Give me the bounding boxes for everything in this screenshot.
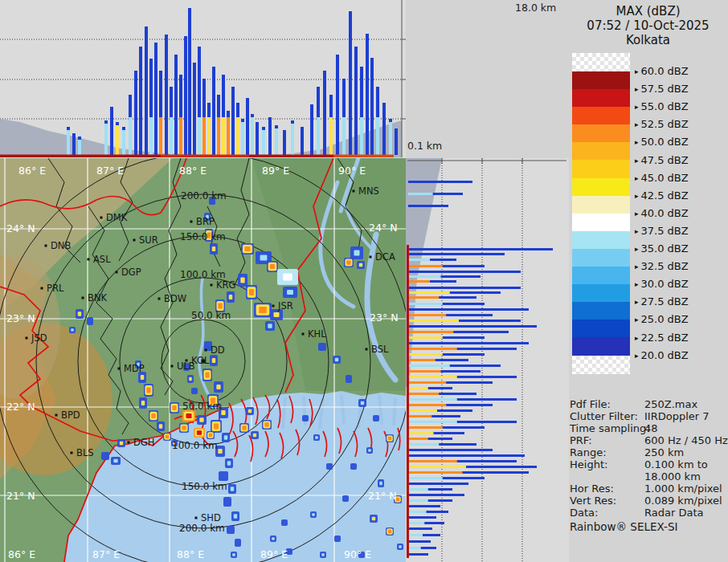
station-label: KRG [216,279,235,291]
station-dot [71,452,73,454]
station-dot [171,365,174,368]
longitude-label: 88° E [177,548,204,560]
longitude-label: 87° E [96,165,124,177]
station-dot [116,271,118,274]
longitude-label: 90° E [344,548,371,560]
latitude-label: 22° N [6,401,35,413]
scale-band [572,124,630,142]
scale-band [572,284,630,302]
station-dot [366,348,368,351]
scale-label: ▸22.5 dBZ [635,332,689,344]
station-label: ASL [93,254,111,265]
scale-tick-arrow-icon: ▸ [635,298,639,306]
scale-band [572,178,630,196]
range-ring-label: 150.0 km [182,481,227,492]
latitude-label: 24° N [6,222,35,234]
station-label: JSD [31,332,47,344]
scale-tick-arrow-icon: ▸ [635,334,639,342]
station-label: BNK [88,292,107,303]
station-dot [370,256,372,259]
station-label: ULB [177,360,195,372]
station-dot [190,221,193,223]
longitude-label: 87° E [92,548,120,560]
station-dot [55,414,58,417]
scale-tick-arrow-icon: ▸ [635,103,639,111]
scale-label: ▸25.0 dBZ [635,313,689,325]
range-ring-label: 150.0 km [180,231,226,242]
longitude-label: 86° E [8,548,35,560]
scale-band [572,89,630,107]
scale-label: ▸32.5 dBZ [635,260,689,272]
station-label: KHL [308,328,326,340]
station-dot [118,368,121,370]
scale-band [572,196,630,214]
info-panel: MAX (dBZ) 07:52 / 10-Oct-2025 Kolkata ▸6… [568,0,728,562]
station-dot [82,297,84,299]
scale-label: ▸45.0 dBZ [635,172,689,184]
station-dot [302,333,305,336]
range-ring-label: 100.0 km [172,440,218,451]
scale-label: ▸55.0 dBZ [635,100,689,112]
station-dot [41,287,43,290]
scale-band [572,142,630,160]
station-label: BDW [164,293,186,304]
scale-label: ▸52.5 dBZ [635,118,689,130]
scale-label: ▸35.0 dBZ [635,242,689,255]
station-label: BRP [196,216,215,227]
station-label: BLS [76,447,94,458]
scale-band [572,249,630,267]
top-height-profile [0,0,406,158]
max-height-label: 18.0 km [515,2,556,14]
scale-label: ▸40.0 dBZ [635,207,689,219]
scale-label: ▸20.0 dBZ [635,349,689,361]
station-label: DMK [106,212,128,223]
scale-tick-arrow-icon: ▸ [635,138,639,146]
longitude-label: 88° E [179,165,207,177]
scale-tick-arrow-icon: ▸ [635,67,639,75]
range-ring-label: 50.0 km [182,401,222,412]
station-label: MDP [124,363,145,374]
station-label: DGP [121,267,141,278]
station-dot [272,305,275,307]
station-label: BPD [61,409,80,421]
scale-label: ▸50.0 dBZ [635,136,689,148]
station-dot [205,349,207,352]
station-label: MNS [358,185,379,197]
latitude-label: 21° N [6,490,35,502]
scale-tick-arrow-icon: ▸ [635,174,639,182]
scale-tick-arrow-icon: ▸ [635,316,639,324]
scale-label: ▸42.5 dBZ [635,189,689,202]
scale-label: ▸37.5 dBZ [635,225,689,237]
station-dot [158,298,161,300]
station-dot [128,442,130,444]
scale-tick-arrow-icon: ▸ [635,210,639,218]
range-ring-label: 200.0 km [179,523,225,534]
radar-map[interactable]: 200.0 km150.0 km100.0 km50.0 km50.0 km10… [0,158,406,562]
timestamp: 07:52 / 10-Oct-2025 [568,18,728,33]
radar-display-window: 200.0 km150.0 km100.0 km50.0 km50.0 km10… [0,0,728,562]
station-label: DCA [375,251,395,263]
scale-tick-arrow-icon: ▸ [635,120,639,128]
scale-tick-arrow-icon: ▸ [635,352,639,360]
scale-label: ▸47.5 dBZ [635,154,689,166]
scale-band [572,231,630,249]
scale-tick-arrow-icon: ▸ [635,85,639,93]
scale-tick-arrow-icon: ▸ [635,280,639,288]
latitude-label: 21° N [368,490,396,502]
latitude-label: 23° N [6,312,35,324]
station-label: BSL [371,344,389,355]
scale-label: ▸57.5 dBZ [635,83,689,95]
scale-band [572,214,630,231]
scale-label: ▸27.5 dBZ [635,295,689,307]
scale-band [572,320,630,337]
scale-band [572,71,630,89]
scale-label: ▸60.0 dBZ [635,65,689,77]
min-height-label: 0.1 km [407,140,442,152]
longitude-label: 89° E [260,548,288,560]
station-label: JSR [277,300,293,312]
station-dot [26,337,28,340]
scale-band [572,107,630,124]
scale-band [572,267,630,284]
product-title: MAX (dBZ) [568,4,728,18]
right-profile-surface-strip [407,245,409,558]
